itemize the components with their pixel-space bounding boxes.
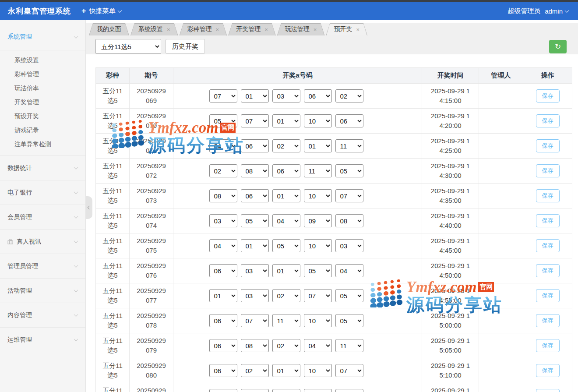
close-icon[interactable]: × bbox=[314, 26, 317, 33]
sidebar-item[interactable]: 开奖管理 bbox=[0, 95, 85, 109]
number-select[interactable]: 10 bbox=[304, 364, 332, 377]
save-button[interactable]: 保存 bbox=[536, 214, 560, 227]
sidebar-section-ops-management[interactable]: 运维管理 bbox=[0, 327, 85, 352]
save-button[interactable]: 保存 bbox=[536, 189, 560, 202]
number-select[interactable]: 04 bbox=[209, 139, 237, 152]
number-select[interactable]: 09 bbox=[304, 214, 332, 227]
lottery-type-select[interactable]: 五分11选5 bbox=[95, 39, 161, 54]
save-button[interactable]: 保存 bbox=[536, 389, 560, 392]
number-select[interactable]: 05 bbox=[335, 164, 363, 177]
tab-my-desktop[interactable]: 我的桌面 bbox=[89, 23, 129, 35]
number-select[interactable]: 05 bbox=[335, 314, 363, 327]
number-select[interactable]: 01 bbox=[272, 364, 300, 377]
number-select[interactable]: 07 bbox=[335, 364, 363, 377]
tab-system-settings[interactable]: 系统设置× bbox=[130, 23, 178, 35]
number-select[interactable]: 06 bbox=[335, 389, 363, 392]
number-select[interactable]: 08 bbox=[209, 189, 237, 202]
sidebar-section-admin-management[interactable]: 管理员管理 bbox=[0, 254, 85, 278]
number-select[interactable]: 05 bbox=[335, 289, 363, 302]
sidebar-section-activity-management[interactable]: 活动管理 bbox=[0, 278, 85, 303]
number-select[interactable]: 04 bbox=[209, 239, 237, 252]
number-select[interactable]: 03 bbox=[209, 214, 237, 227]
number-select[interactable]: 06 bbox=[209, 364, 237, 377]
save-button[interactable]: 保存 bbox=[536, 139, 560, 152]
save-button[interactable]: 保存 bbox=[536, 264, 560, 277]
sidebar-section-member-management[interactable]: 会员管理 bbox=[0, 205, 85, 229]
close-icon[interactable]: × bbox=[264, 26, 268, 33]
number-select[interactable]: 11 bbox=[335, 139, 363, 152]
number-select[interactable]: 11 bbox=[335, 339, 363, 352]
sidebar-item[interactable]: 预设开奖 bbox=[0, 109, 85, 123]
number-select[interactable]: 06 bbox=[335, 114, 363, 127]
number-select[interactable]: 07 bbox=[241, 314, 269, 327]
number-select[interactable]: 03 bbox=[335, 239, 363, 252]
number-select[interactable]: 02 bbox=[335, 89, 363, 102]
sidebar-section-live-video[interactable]: 真人视讯 bbox=[0, 229, 85, 254]
number-select[interactable]: 08 bbox=[241, 164, 269, 177]
refresh-button[interactable]: ↻ bbox=[549, 40, 567, 53]
number-select[interactable]: 10 bbox=[304, 189, 332, 202]
number-select[interactable]: 06 bbox=[272, 164, 300, 177]
tab-draw-management[interactable]: 开奖管理× bbox=[228, 23, 276, 35]
number-select[interactable]: 11 bbox=[272, 314, 300, 327]
number-select[interactable]: 01 bbox=[209, 289, 237, 302]
save-button[interactable]: 保存 bbox=[536, 114, 560, 127]
close-icon[interactable]: × bbox=[356, 26, 359, 33]
number-select[interactable]: 10 bbox=[209, 389, 237, 392]
number-select[interactable]: 01 bbox=[272, 264, 300, 277]
sidebar-item[interactable]: 注单异常检测 bbox=[0, 137, 85, 151]
history-draw-button[interactable]: 历史开奖 bbox=[166, 39, 205, 54]
number-select[interactable]: 01 bbox=[304, 139, 332, 152]
tab-lottery-management[interactable]: 彩种管理× bbox=[180, 23, 227, 35]
sidebar-section-system-management[interactable]: 系统管理 bbox=[0, 24, 85, 50]
number-select[interactable]: 02 bbox=[209, 164, 237, 177]
number-select[interactable]: 05 bbox=[209, 114, 237, 127]
number-select[interactable]: 02 bbox=[241, 364, 269, 377]
sidebar-collapse-handle[interactable] bbox=[86, 196, 92, 219]
number-select[interactable]: 05 bbox=[272, 239, 300, 252]
number-select[interactable]: 10 bbox=[304, 114, 332, 127]
sidebar-item[interactable]: 系统设置 bbox=[0, 53, 85, 67]
number-select[interactable]: 03 bbox=[272, 89, 300, 102]
save-button[interactable]: 保存 bbox=[536, 164, 560, 177]
number-select[interactable]: 02 bbox=[272, 289, 300, 302]
sidebar-section-e-bank[interactable]: 电子银行 bbox=[0, 180, 85, 205]
number-select[interactable]: 01 bbox=[241, 89, 269, 102]
number-select[interactable]: 05 bbox=[241, 214, 269, 227]
number-select[interactable]: 10 bbox=[304, 314, 332, 327]
number-select[interactable]: 06 bbox=[209, 264, 237, 277]
sidebar-section-data-statistics[interactable]: 数据统计 bbox=[0, 155, 85, 180]
number-select[interactable]: 01 bbox=[272, 189, 300, 202]
number-select[interactable]: 06 bbox=[241, 139, 269, 152]
number-select[interactable]: 08 bbox=[241, 389, 269, 392]
number-select[interactable]: 06 bbox=[304, 89, 332, 102]
number-select[interactable]: 08 bbox=[335, 214, 363, 227]
save-button[interactable]: 保存 bbox=[536, 239, 560, 252]
number-select[interactable]: 03 bbox=[241, 264, 269, 277]
save-button[interactable]: 保存 bbox=[536, 314, 560, 327]
number-select[interactable]: 04 bbox=[304, 389, 332, 392]
number-select[interactable]: 06 bbox=[241, 189, 269, 202]
number-select[interactable]: 01 bbox=[241, 239, 269, 252]
number-select[interactable]: 11 bbox=[304, 164, 332, 177]
number-select[interactable]: 05 bbox=[304, 264, 332, 277]
number-select[interactable]: 04 bbox=[304, 339, 332, 352]
number-select[interactable]: 03 bbox=[241, 289, 269, 302]
number-select[interactable]: 02 bbox=[272, 339, 300, 352]
user-menu[interactable]: admin bbox=[545, 7, 568, 15]
sidebar-section-content-management[interactable]: 内容管理 bbox=[0, 303, 85, 327]
number-select[interactable]: 10 bbox=[304, 239, 332, 252]
number-select[interactable]: 06 bbox=[209, 339, 237, 352]
number-select[interactable]: 04 bbox=[335, 264, 363, 277]
number-select[interactable]: 07 bbox=[209, 89, 237, 102]
quick-menu-button[interactable]: + 快捷菜单 bbox=[81, 7, 121, 16]
close-icon[interactable]: × bbox=[167, 26, 170, 33]
number-select[interactable]: 08 bbox=[241, 339, 269, 352]
sidebar-item[interactable]: 彩种管理 bbox=[0, 67, 85, 81]
close-icon[interactable]: × bbox=[216, 26, 219, 33]
number-select[interactable]: 01 bbox=[272, 114, 300, 127]
sidebar-item[interactable]: 游戏记录 bbox=[0, 123, 85, 137]
save-button[interactable]: 保存 bbox=[536, 364, 560, 377]
tab-play-management[interactable]: 玩法管理× bbox=[277, 23, 325, 35]
save-button[interactable]: 保存 bbox=[536, 289, 560, 302]
